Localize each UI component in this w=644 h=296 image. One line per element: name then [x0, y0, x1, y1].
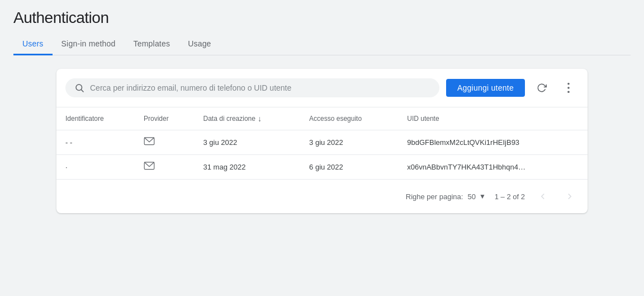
cell-accesso-1: 3 giu 2022	[300, 130, 398, 155]
main-card: Aggiungi utente Identificatore	[56, 69, 588, 213]
pagination: Righe per pagina: 50 ▼ 1 – 2 of 2	[65, 187, 579, 205]
table-row[interactable]: - - 3 giu 2022 3 giu 2022 9bdGFBlemxM2cL…	[56, 130, 588, 155]
rows-per-page: Righe per pagina: 50 ▼	[406, 192, 486, 201]
tab-sign-in-method[interactable]: Sign-in method	[53, 34, 125, 55]
svg-point-3	[567, 87, 570, 89]
col-uid: UID utente	[398, 107, 588, 130]
tab-bar: Users Sign-in method Templates Usage	[13, 34, 631, 55]
search-icon	[74, 83, 84, 93]
next-page-button[interactable]	[561, 187, 579, 205]
col-provider: Provider	[135, 107, 195, 130]
page-title: Authentication	[13, 9, 631, 27]
svg-point-2	[567, 83, 570, 85]
add-user-button[interactable]: Aggiungi utente	[446, 79, 525, 97]
pagination-cell: Righe per pagina: 50 ▼ 1 – 2 of 2	[56, 180, 588, 214]
refresh-button[interactable]	[532, 78, 552, 98]
svg-point-4	[567, 91, 570, 93]
email-icon	[144, 137, 155, 146]
tab-users[interactable]: Users	[13, 34, 53, 55]
col-accesso: Accesso eseguito	[300, 107, 398, 130]
email-icon	[144, 162, 155, 171]
tab-usage[interactable]: Usage	[179, 34, 220, 55]
col-data-creazione[interactable]: Data di creazione ↓	[195, 107, 301, 130]
rows-per-page-select[interactable]: 50 ▼	[467, 192, 485, 201]
cell-accesso-2: 6 giu 2022	[300, 155, 398, 180]
col-identificatore: Identificatore	[56, 107, 135, 130]
prev-page-button[interactable]	[534, 187, 552, 205]
page-info: 1 – 2 of 2	[495, 192, 525, 201]
sort-icon: ↓	[258, 114, 262, 123]
chevron-down-icon: ▼	[479, 192, 486, 200]
pagination-row: Righe per pagina: 50 ▼ 1 – 2 of 2	[56, 180, 588, 214]
table-row[interactable]: · 31 mag 2022 6 giu 2022 x06vnABbvnTY7HK…	[56, 155, 588, 180]
tab-templates[interactable]: Templates	[125, 34, 179, 55]
toolbar: Aggiungi utente	[56, 69, 588, 107]
svg-line-1	[81, 90, 83, 92]
rows-per-page-label: Righe per pagina:	[406, 192, 463, 201]
search-box[interactable]	[65, 78, 439, 97]
cell-data-creazione-2: 31 mag 2022	[195, 155, 301, 180]
page: Authentication Users Sign-in method Temp…	[0, 0, 644, 296]
svg-point-0	[76, 84, 82, 91]
cell-identificatore-2: ·	[56, 155, 135, 180]
table-header-row: Identificatore Provider Data di creazion…	[56, 107, 588, 130]
cell-uid-2: x06vnABbvnTY7HKA43T1Hbhqn4…	[398, 155, 588, 180]
users-table: Identificatore Provider Data di creazion…	[56, 107, 588, 213]
search-input[interactable]	[90, 83, 430, 92]
more-options-button[interactable]	[558, 78, 579, 98]
rows-per-page-value: 50	[467, 192, 475, 201]
cell-provider-1	[135, 130, 195, 155]
cell-identificatore-1: - -	[56, 130, 135, 155]
cell-data-creazione-1: 3 giu 2022	[195, 130, 301, 155]
cell-provider-2	[135, 155, 195, 180]
cell-uid-1: 9bdGFBlemxM2cLtQVKi1rHEIjB93	[398, 130, 588, 155]
